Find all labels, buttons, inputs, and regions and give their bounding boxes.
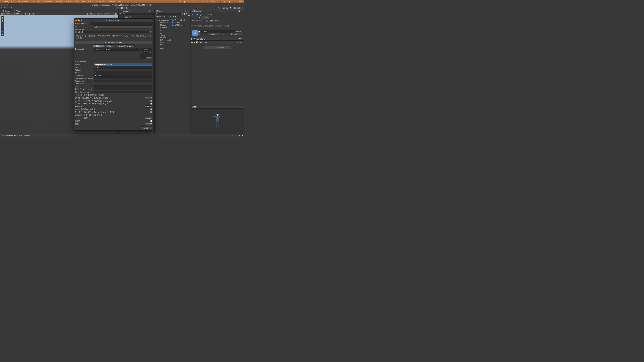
home-icon[interactable]: ⌂ ▾ [4, 7, 6, 9]
transform-component[interactable]: ▶ ⇄ Transform ?⇆⋮ [191, 37, 244, 40]
thumbnail-preview[interactable]: None (Texture 2D) Select [140, 48, 152, 59]
credit-dropdown[interactable]: Require [145, 117, 152, 119]
add-component-button[interactable]: Add Component [204, 46, 231, 49]
clock[interactable]: 10:55 [238, 1, 242, 3]
scale-tool-icon[interactable]: ⤢ [1, 26, 4, 29]
menu-icon[interactable]: ⋮ [241, 13, 243, 15]
pause-button[interactable]: ❚❚ [120, 7, 124, 9]
overrides-indicator[interactable]: ▬▬ ▾ [195, 16, 200, 19]
status-icon-2[interactable]: ⊘ [236, 134, 237, 136]
expand-icon[interactable]: ▶ [191, 38, 193, 40]
breadcrumb-1[interactable]: SV_JobW [163, 16, 171, 18]
tree-item[interactable]: s [155, 29, 190, 32]
menu-file[interactable]: File [12, 1, 14, 3]
menu-icon[interactable]: ⋮ [242, 41, 244, 43]
add-icon[interactable]: +▾ [119, 13, 121, 15]
tab-game[interactable]: 🎮Game [12, 9, 23, 12]
dialog-titlebar[interactable]: Export VRM 1.0... [74, 18, 153, 22]
personality-section[interactable]: アバターの人格に関する許諾範囲 [75, 93, 152, 96]
export-button[interactable]: Export [140, 126, 152, 129]
authors-size-field[interactable] [94, 71, 152, 74]
grid-snap-icon[interactable]: ⊞▾ [25, 13, 28, 15]
panel-menu-icon[interactable]: ⋮ [114, 10, 118, 12]
play-button[interactable]: ▶ [116, 7, 120, 9]
layers-dropdown[interactable]: Layers [222, 7, 232, 9]
authors0-field[interactable] [94, 74, 152, 77]
object-name-field[interactable] [201, 30, 236, 33]
tab-exportsettings[interactable]: ExportSettings [116, 44, 134, 47]
menu-component[interactable]: Component [43, 1, 52, 3]
preview-menu-icon[interactable]: ▤ [242, 106, 243, 108]
perm-political-checkbox[interactable] [150, 108, 152, 110]
perm-commercial-dropdown[interactable]: Corpora [145, 105, 152, 108]
preset-icon[interactable]: ⇆ [239, 38, 241, 40]
tree-item[interactable]: JobW [155, 34, 190, 36]
active-checkbox[interactable] [198, 31, 200, 32]
menu-gameobject[interactable]: GameObject [30, 1, 40, 3]
modification-dropdown[interactable]: Allow M [145, 123, 152, 125]
thirdparty-field[interactable] [94, 88, 152, 90]
battery-icon[interactable]: ▮ [228, 0, 230, 3]
status-icon-1[interactable]: ⚡ [232, 134, 234, 136]
asset-item[interactable]: ▣ Base_VRM1 [170, 19, 186, 21]
status-icon-3[interactable]: ◇ [198, 0, 200, 3]
tab-mesh[interactable]: Mesh [104, 44, 116, 47]
panel-menu-icon[interactable]: ⋮ [188, 10, 190, 12]
menu-vrm0[interactable]: VRM0 [74, 1, 79, 3]
undo-history-icon[interactable]: ⟲ [214, 7, 216, 9]
gizmos-dd-icon[interactable]: ▤ [114, 13, 118, 15]
menu-services[interactable]: Services [55, 1, 62, 3]
hidden-icon[interactable]: 👁 [104, 13, 107, 15]
panel-menu-icon[interactable]: ⋮ [241, 10, 243, 12]
sync-icon[interactable]: ↻ [179, 0, 181, 3]
name-field[interactable] [94, 63, 152, 66]
camera-icon[interactable]: 📷▾ [107, 13, 110, 15]
status-icon-2[interactable]: ✿ [188, 0, 191, 3]
menu-jobs[interactable]: Jobs [81, 1, 85, 3]
menu-assets[interactable]: Assets [22, 1, 28, 3]
lang-dropdown[interactable]: Ja [94, 25, 152, 28]
filter-icon-2[interactable]: ◆ [184, 13, 185, 15]
scene-row[interactable]: ▼◈Untitled*⋮ [118, 16, 154, 18]
tree-item[interactable]: RChat_mobile [155, 39, 190, 41]
audio-icon[interactable]: 🔊 [97, 13, 100, 15]
menu-icon[interactable]: ⋮ [242, 38, 244, 40]
control-center-icon[interactable]: ☰ [233, 0, 235, 3]
animator-component[interactable]: ▶ ▶ Animator ?⇆⋮ [191, 40, 244, 44]
perm-antisocial-checkbox[interactable] [150, 111, 152, 113]
2d-toggle[interactable]: 2D [90, 13, 93, 15]
filter-icon-1[interactable]: ▤ [182, 13, 183, 15]
tab-scene[interactable]: ▦Scene [1, 9, 12, 12]
tpose-button[interactable]: T-Pose(unity internal) [75, 41, 152, 44]
dialog-traffic-lights[interactable] [75, 19, 82, 21]
object-picker-icon[interactable]: ⊙ [150, 31, 152, 33]
preset-icon[interactable]: ⇆ [239, 41, 241, 43]
menu-unigltf[interactable]: UniGLTF [64, 1, 72, 3]
more-icon[interactable]: ••• [193, 0, 196, 3]
shading-mode-icon[interactable]: ▦ [1, 13, 3, 15]
layout-dropdown[interactable]: Layout [233, 7, 243, 9]
status-icon-4[interactable]: ▮ [242, 134, 243, 136]
lighting-icon[interactable]: ♀ [93, 13, 96, 15]
handle-dropdown[interactable]: ⊕Local [12, 12, 22, 15]
tree-item[interactable]: RChat [155, 36, 190, 39]
fx-icon[interactable]: ☁▾ [100, 13, 103, 15]
rotate-tool-icon[interactable]: ↻ [1, 23, 4, 26]
breadcrumb-2[interactable]: VRM [173, 16, 177, 18]
status-icon-3[interactable]: ◐ [239, 134, 240, 136]
breadcrumb-0[interactable]: Assets [156, 16, 161, 18]
open-button[interactable]: Open [201, 16, 210, 19]
headphones-icon[interactable]: 🎧 [219, 0, 221, 3]
gizmo-icon[interactable]: ⊚▾ [111, 13, 114, 15]
help-icon[interactable]: ? [237, 38, 238, 40]
object-picker-icon[interactable] [137, 49, 138, 50]
filter-icon-3[interactable]: ★ [186, 13, 187, 15]
hierarchy-search[interactable] [122, 13, 154, 15]
help-icon[interactable]: ? [239, 13, 240, 15]
tag-dropdown[interactable]: Untagged [208, 33, 220, 35]
hand-tool-icon[interactable]: ✋ [1, 16, 4, 19]
lock-icon[interactable]: 🔒 [238, 10, 240, 12]
asset-item[interactable]: ▣ VRM1_temp [170, 24, 186, 26]
message-icon[interactable]: ▭ [202, 0, 205, 3]
otherlicense-field[interactable] [94, 91, 152, 93]
